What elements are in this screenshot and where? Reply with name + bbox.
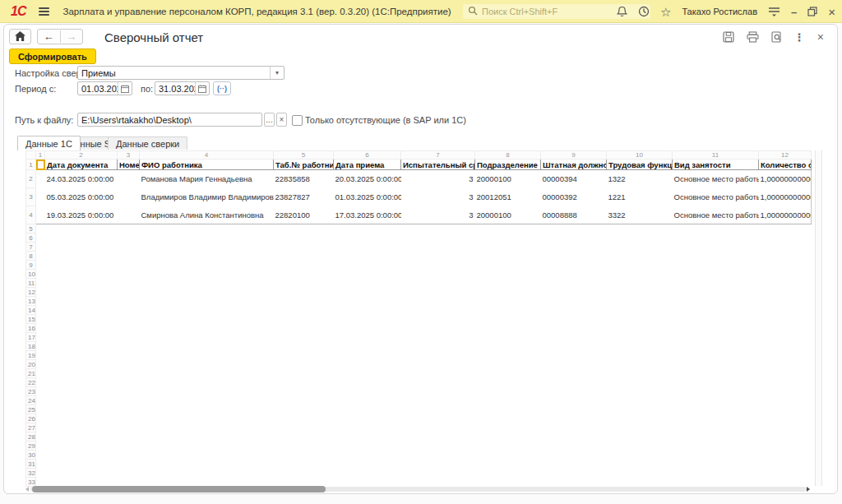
empty-cell[interactable] [36, 405, 812, 414]
hscroll-thumb[interactable] [32, 486, 326, 492]
data-cell[interactable] [118, 170, 140, 188]
empty-cell[interactable] [36, 270, 812, 279]
empty-cell[interactable] [36, 297, 812, 306]
close-form-button[interactable]: × [817, 31, 824, 43]
data-cell[interactable]: 1,0000000000000 [759, 188, 812, 206]
data-cell[interactable]: 19.03.2025 0:00:00 [45, 206, 118, 224]
data-cell[interactable] [118, 188, 140, 206]
data-cell[interactable]: Основное место работы [673, 206, 759, 224]
row-header[interactable]: 29 [26, 442, 36, 451]
period-choice-button[interactable]: (··) [213, 81, 231, 95]
header-cell[interactable]: Дата документа [45, 160, 118, 170]
column-header[interactable]: 1 [36, 151, 45, 160]
data-cell[interactable]: 20.03.2025 0:00:00 [334, 170, 401, 188]
row-header[interactable]: 15 [26, 315, 36, 324]
data-cell[interactable]: 00000394 [541, 170, 607, 188]
header-cell[interactable]: Количество став [759, 160, 812, 170]
empty-cell[interactable] [36, 432, 812, 442]
row-header[interactable]: 11 [26, 279, 36, 288]
empty-cell[interactable] [36, 324, 812, 333]
empty-cell[interactable] [36, 279, 812, 288]
forward-button[interactable]: → [61, 30, 83, 43]
data-cell[interactable]: Основное место работы [673, 188, 759, 206]
empty-cell[interactable] [36, 234, 812, 243]
row-header[interactable]: 1 [26, 160, 36, 170]
generate-button[interactable]: Сформировать [9, 49, 96, 64]
empty-cell[interactable] [36, 396, 812, 405]
data-cell[interactable] [36, 206, 45, 224]
empty-cell[interactable] [36, 360, 812, 369]
back-button[interactable]: ← [38, 30, 61, 43]
empty-cell[interactable] [36, 378, 812, 387]
empty-cell[interactable] [36, 414, 812, 423]
selected-cell[interactable] [36, 160, 45, 170]
row-header[interactable]: 25 [26, 405, 36, 414]
more-actions-icon[interactable]: ⋮ [794, 32, 805, 43]
header-cell[interactable]: Подразделение [475, 160, 541, 170]
data-cell[interactable]: Основное место работы [673, 170, 759, 188]
row-header[interactable]: 9 [26, 261, 36, 270]
empty-cell[interactable] [36, 442, 812, 451]
header-cell[interactable]: Дата приема [334, 160, 401, 170]
header-cell[interactable]: Испытательный срок [401, 160, 475, 170]
data-cell[interactable]: 20000100 [475, 206, 541, 224]
empty-cell[interactable] [36, 252, 812, 261]
service-menu-icon[interactable] [768, 7, 780, 16]
row-header[interactable]: 14 [26, 306, 36, 315]
empty-cell[interactable] [36, 342, 812, 351]
column-header[interactable]: 6 [334, 151, 401, 160]
data-cell[interactable]: Владимиров Владимир Владимирович [140, 188, 274, 206]
column-header[interactable]: 12 [759, 151, 812, 160]
data-cell[interactable]: 20012051 [475, 188, 541, 206]
row-header[interactable]: 17 [26, 333, 36, 342]
scroll-right-icon[interactable] [807, 487, 810, 492]
row-header[interactable]: 22 [26, 378, 36, 387]
data-cell[interactable]: 1322 [607, 170, 673, 188]
row-header[interactable]: 30 [26, 451, 36, 460]
column-header[interactable]: 9 [541, 151, 607, 160]
empty-cell[interactable] [36, 261, 812, 270]
header-cell[interactable]: Таб.№ работника [274, 160, 334, 170]
data-cell[interactable]: Смирнова Алина Константиновна [140, 206, 274, 224]
empty-cell[interactable] [36, 306, 812, 315]
print-icon[interactable] [747, 31, 759, 43]
empty-cell[interactable] [36, 369, 812, 378]
row-header[interactable]: 8 [26, 252, 36, 261]
row-header[interactable]: 3 [26, 188, 36, 206]
settings-combobox[interactable]: Приемы ▾ [77, 66, 285, 80]
row-header[interactable]: 31 [26, 460, 36, 469]
header-cell[interactable]: ФИО работника [140, 160, 274, 170]
column-header[interactable]: 5 [274, 151, 334, 160]
row-header[interactable]: 23 [26, 387, 36, 396]
row-header[interactable]: 26 [26, 414, 36, 423]
row-header[interactable]: 12 [26, 288, 36, 297]
empty-cell[interactable] [36, 351, 812, 360]
empty-cell[interactable] [36, 460, 812, 469]
chevron-down-icon[interactable]: ▾ [270, 67, 284, 79]
data-cell[interactable]: 20000100 [475, 170, 541, 188]
save-icon[interactable] [723, 31, 734, 43]
data-cell[interactable]: 24.03.2025 0:00:00 [45, 170, 118, 188]
column-header[interactable]: 3 [118, 151, 140, 160]
header-cell[interactable]: Трудовая функция [607, 160, 673, 170]
row-header[interactable]: 27 [26, 423, 36, 432]
empty-cell[interactable] [36, 451, 812, 460]
home-button[interactable] [9, 29, 31, 44]
column-header[interactable]: 8 [475, 151, 541, 160]
row-header[interactable]: 18 [26, 342, 36, 351]
data-cell[interactable] [36, 188, 45, 206]
minimize-button[interactable]: – [791, 7, 797, 17]
data-cell[interactable]: 00008888 [541, 206, 607, 224]
empty-cell[interactable] [36, 224, 812, 234]
empty-cell[interactable] [36, 478, 812, 487]
browse-button[interactable]: ... [264, 113, 275, 127]
empty-cell[interactable] [36, 315, 812, 324]
header-cell[interactable]: Номер [118, 160, 140, 170]
only-missing-checkbox[interactable] [292, 115, 303, 126]
tab-data-compare[interactable]: Данные сверки [108, 136, 187, 150]
tab-data-1c[interactable]: Данные 1С [17, 136, 81, 150]
data-cell[interactable]: 23827827 [274, 188, 334, 206]
notifications-bell-icon[interactable] [617, 6, 627, 17]
row-header[interactable]: 7 [26, 243, 36, 252]
data-cell[interactable] [118, 206, 140, 224]
